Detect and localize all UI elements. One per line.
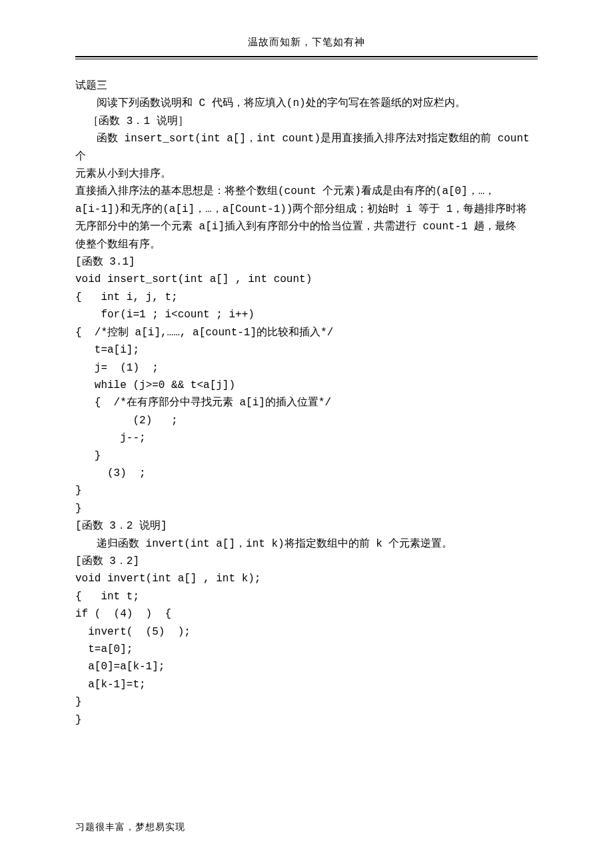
line-0: 试题三 xyxy=(75,77,538,95)
line-19: j--; xyxy=(75,429,538,447)
line-1: 阅读下列函数说明和 C 代码，将应填入(n)处的字句写在答题纸的对应栏内。 xyxy=(75,95,538,112)
line-12: for(i=1 ; i<count ; i++) xyxy=(75,306,538,323)
line-25: 递归函数 invert(int a[]，int k)将指定数组中的前 k 个元素… xyxy=(75,535,538,553)
line-26: [函数 3．2] xyxy=(75,553,538,570)
page-header: 温故而知新，下笔如有神 xyxy=(0,36,613,49)
line-2: ［函数 3．1 说明］ xyxy=(75,113,538,130)
header-text: 温故而知新，下笔如有神 xyxy=(248,37,365,47)
line-6: a[i-1])和无序的(a[i]，…，a[Count-1))两个部分组成；初始时… xyxy=(75,201,538,218)
line-18: (2) ; xyxy=(75,412,538,429)
header-rule-bottom xyxy=(75,59,538,59)
line-16: while (j>=0 && t<a[j]) xyxy=(75,377,538,394)
line-28: { int t; xyxy=(75,588,538,605)
line-3: 函数 insert_sort(int a[]，int count)是用直接插入排… xyxy=(75,130,538,165)
line-17: { /*在有序部分中寻找元素 a[i]的插入位置*/ xyxy=(75,394,538,411)
line-23: } xyxy=(75,500,538,517)
line-27: void invert(int a[] , int k); xyxy=(75,570,538,587)
page-footer: 习题很丰富，梦想易实现 xyxy=(75,821,185,833)
line-22: } xyxy=(75,482,538,499)
line-11: { int i, j, t; xyxy=(75,289,538,306)
line-34: } xyxy=(75,693,538,711)
line-29: if ( (4) ) { xyxy=(75,605,538,623)
line-24: [函数 3．2 说明] xyxy=(75,517,538,535)
line-21: (3) ; xyxy=(75,465,538,482)
line-32: a[0]=a[k-1]; xyxy=(75,658,538,675)
line-13: { /*控制 a[i],……, a[count-1]的比较和插入*/ xyxy=(75,324,538,341)
line-20: } xyxy=(75,447,538,465)
line-4: 元素从小到大排序。 xyxy=(75,165,538,183)
line-31: t=a[0]; xyxy=(75,641,538,658)
line-7: 无序部分中的第一个元素 a[i]插入到有序部分中的恰当位置，共需进行 count… xyxy=(75,218,538,235)
line-9: [函数 3.1] xyxy=(75,253,538,271)
line-8: 使整个数组有序。 xyxy=(75,236,538,253)
line-2-text: ［函数 3．1 说明］ xyxy=(88,115,188,127)
line-30: invert( (5) ); xyxy=(75,623,538,641)
line-5: 直接插入排序法的基本思想是：将整个数组(count 个元素)看成是由有序的(a[… xyxy=(75,183,538,200)
line-14: t=a[i]; xyxy=(75,341,538,359)
line-15: j= (1) ; xyxy=(75,359,538,377)
line-33: a[k-1]=t; xyxy=(75,676,538,693)
line-10: void insert_sort(int a[] , int count) xyxy=(75,271,538,288)
document-page: 温故而知新，下笔如有神 试题三 阅读下列函数说明和 C 代码，将应填入(n)处的… xyxy=(0,0,613,868)
document-body: 试题三 阅读下列函数说明和 C 代码，将应填入(n)处的字句写在答题纸的对应栏内… xyxy=(75,77,538,729)
line-35: } xyxy=(75,711,538,729)
header-rule-top xyxy=(75,56,538,57)
